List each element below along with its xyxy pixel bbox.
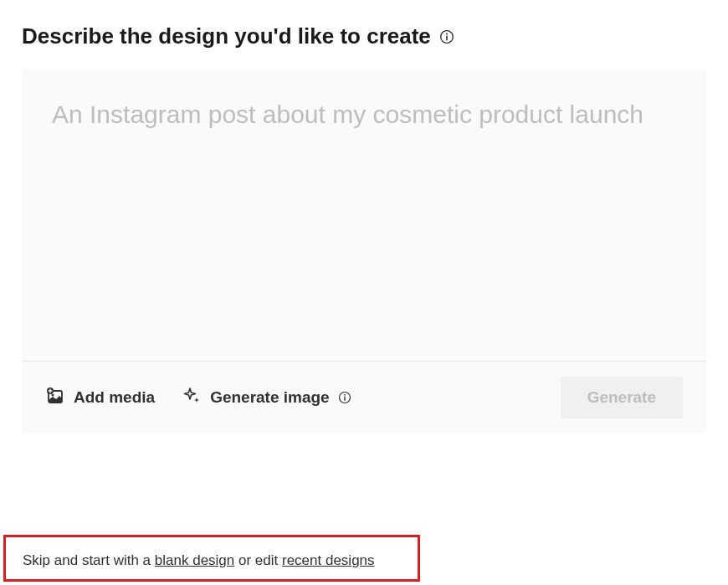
- blank-design-link[interactable]: blank design: [155, 552, 234, 568]
- add-media-label: Add media: [74, 388, 155, 407]
- sparkle-icon: [182, 386, 202, 410]
- svg-point-1: [446, 33, 448, 34]
- skip-prefix: Skip and start with a: [23, 552, 155, 568]
- add-media-icon: [45, 386, 65, 410]
- prompt-box: [22, 69, 706, 361]
- toolbar: Add media Generate image Generate: [22, 361, 706, 434]
- generate-image-button[interactable]: Generate image: [182, 386, 351, 410]
- svg-point-4: [52, 393, 54, 396]
- recent-designs-link[interactable]: recent designs: [282, 552, 375, 568]
- generate-button[interactable]: Generate: [561, 377, 683, 418]
- skip-highlight-box: Skip and start with a blank design or ed…: [3, 535, 420, 582]
- page-title: Describe the design you'd like to create: [22, 23, 431, 49]
- header: Describe the design you'd like to create: [0, 0, 728, 63]
- svg-rect-10: [344, 397, 345, 401]
- generate-image-label: Generate image: [210, 388, 330, 407]
- skip-text: Skip and start with a blank design or ed…: [23, 552, 375, 568]
- add-media-button[interactable]: Add media: [45, 386, 155, 410]
- info-icon[interactable]: [439, 29, 454, 44]
- svg-rect-7: [49, 390, 53, 391]
- skip-middle: or edit: [234, 552, 282, 568]
- svg-point-9: [344, 394, 346, 396]
- prompt-input[interactable]: [52, 96, 676, 331]
- svg-rect-2: [446, 35, 448, 40]
- info-icon[interactable]: [338, 391, 351, 404]
